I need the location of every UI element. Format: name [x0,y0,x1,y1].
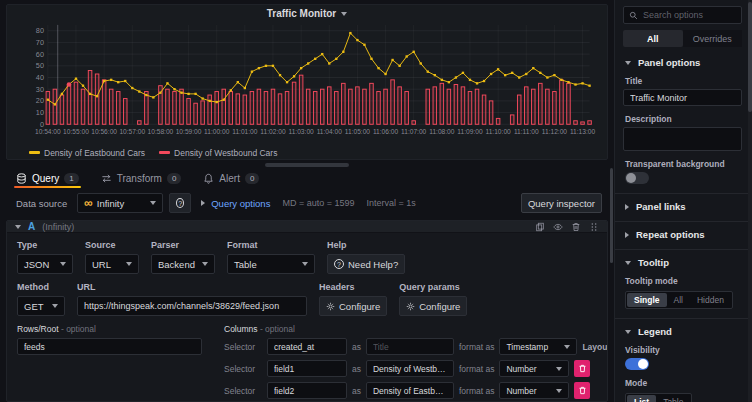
search-options-box[interactable] [623,6,742,24]
section-repeat-options[interactable]: Repeat options [625,229,742,240]
parser-select[interactable]: Backend [151,254,215,274]
rows-root-field: Rows/Root - optional [17,324,202,402]
query-options-interval: Interval = 1s [366,198,415,208]
database-icon [16,173,27,184]
westbound-swatch-icon [159,151,170,154]
tab-query[interactable]: Query 1 [14,168,81,188]
selector-label: Selector [224,386,262,396]
column-selector-input[interactable] [267,338,347,355]
need-help-button[interactable]: ?Need Help? [327,254,405,274]
legend-visibility-toggle[interactable] [625,358,649,370]
sidebar-scrollbar[interactable] [748,0,752,402]
as-label: as [352,342,361,352]
eye-icon[interactable] [553,222,563,232]
legend-label: Density of Westbound Cars [174,148,277,158]
tab-label: Query [32,173,59,184]
query-options-link[interactable]: Query options [211,198,270,209]
rows-root-input[interactable] [17,338,202,355]
selector-label: Selector [224,342,262,352]
type-select[interactable]: JSON [17,254,73,274]
svg-text:30: 30 [36,84,44,93]
column-format-select[interactable]: Number [499,382,569,399]
chevron-down-icon [556,367,562,371]
query-params-configure-button[interactable]: Configure [399,296,467,316]
column-as-input[interactable] [366,360,454,377]
delete-column-button[interactable] [574,360,590,377]
column-selector-input[interactable] [267,382,347,399]
search-options-input[interactable] [643,10,736,20]
type-label: Type [17,240,73,250]
panel-title: Traffic Monitor [267,8,336,19]
query-inspector-label: Query inspector [528,198,595,209]
title-label: Title [625,76,742,86]
query-params-field: Query params Configure [399,282,467,316]
headers-field: Headers Configure [319,282,387,316]
chevron-down-icon [202,262,208,266]
query-params-label: Query params [399,282,467,292]
panel-description-input[interactable] [623,127,742,151]
format-select[interactable]: Table [227,254,315,274]
datasource-picker[interactable]: ∞ Infinity [77,193,163,213]
query-inspector-button[interactable]: Query inspector [521,193,602,213]
section-legend[interactable]: Legend [625,326,742,337]
svg-text:70: 70 [36,38,44,47]
tab-transform[interactable]: Transform 0 [99,168,184,188]
legend-item-eastbound[interactable]: Density of Eastbound Cars [29,148,145,158]
transform-icon [101,173,112,184]
pane-splitter-handle[interactable] [265,163,349,167]
svg-text:20: 20 [36,96,44,105]
svg-text:11:10:00: 11:10:00 [485,128,511,135]
svg-text:11:02:00: 11:02:00 [260,128,286,135]
column-format-select[interactable]: Timestamp [499,338,577,355]
legend-item-westbound[interactable]: Density of Westbound Cars [159,148,277,158]
source-select[interactable]: URL [85,254,139,274]
panel-title-input[interactable] [623,89,742,106]
layout-label: Layout (optional) [582,342,608,352]
format-field: Format Table [227,240,315,274]
trash-icon[interactable] [571,222,581,232]
query-options-chevron-icon[interactable] [201,200,205,206]
main-scrollbar-thumb[interactable] [610,168,613,263]
panel-header[interactable]: Traffic Monitor [15,7,599,21]
url-input[interactable] [77,296,307,316]
svg-text:50: 50 [36,61,44,70]
column-as-input[interactable] [366,382,454,399]
bell-icon [203,173,214,184]
method-select[interactable]: GET [17,296,65,316]
duplicate-query-icon[interactable] [535,222,545,232]
query-row-header[interactable]: A (Infinity) [7,221,607,233]
column-as-input[interactable] [366,338,454,355]
drag-handle-icon[interactable] [589,222,599,232]
help-label: Help [327,240,405,250]
transparent-background-toggle[interactable] [625,172,649,184]
panel-menu-chevron-icon[interactable] [341,12,347,16]
selector-label: Selector [224,364,262,374]
tab-overrides[interactable]: Overrides [683,30,743,47]
chevron-right-icon [625,232,629,238]
legend-mode-list[interactable]: List [627,395,656,402]
traffic-chart: 0102030405060708010:54:0010:55:0010:56:0… [15,21,601,147]
main-column: Traffic Monitor 0102030405060708010:54:0… [0,0,614,402]
section-panel-links[interactable]: Panel links [625,201,742,212]
section-panel-options[interactable]: Panel options [625,57,742,68]
column-format-select[interactable]: Number [499,360,569,377]
delete-column-button[interactable] [574,382,590,399]
headers-configure-button[interactable]: Configure [319,296,387,316]
datasource-help-button[interactable]: ? [169,193,191,213]
tooltip-mode-label: Tooltip mode [625,276,742,286]
tab-label: Alert [219,173,240,184]
svg-text:11:13:00: 11:13:00 [570,128,596,135]
tooltip-mode-single[interactable]: Single [627,293,667,307]
legend-mode-table[interactable]: Table [656,395,690,402]
tooltip-mode-hidden[interactable]: Hidden [690,293,731,307]
column-selector-input[interactable] [267,360,347,377]
source-label: Source [85,240,139,250]
tab-all[interactable]: All [623,30,683,47]
collapse-chevron-icon[interactable] [15,225,21,229]
tooltip-mode-all[interactable]: All [667,293,690,307]
tab-alert[interactable]: Alert 0 [201,168,261,188]
gear-icon [406,302,415,311]
svg-text:11:12:00: 11:12:00 [542,128,568,135]
section-tooltip[interactable]: Tooltip [625,257,742,268]
column-row: Selector as format as Number [224,360,608,377]
